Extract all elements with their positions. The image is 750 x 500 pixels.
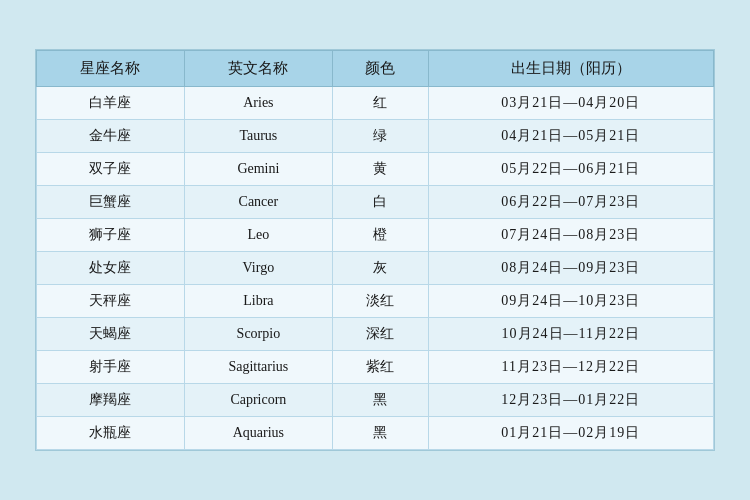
cell-color: 灰 xyxy=(332,252,428,285)
cell-en-name: Capricorn xyxy=(184,384,332,417)
table-row: 白羊座Aries红03月21日—04月20日 xyxy=(37,87,714,120)
cell-date: 05月22日—06月21日 xyxy=(428,153,713,186)
cell-date: 07月24日—08月23日 xyxy=(428,219,713,252)
table-body: 白羊座Aries红03月21日—04月20日金牛座Taurus绿04月21日—0… xyxy=(37,87,714,450)
zodiac-table: 星座名称 英文名称 颜色 出生日期（阳历） 白羊座Aries红03月21日—04… xyxy=(36,50,714,450)
header-date: 出生日期（阳历） xyxy=(428,51,713,87)
table-row: 射手座Sagittarius紫红11月23日—12月22日 xyxy=(37,351,714,384)
cell-en-name: Scorpio xyxy=(184,318,332,351)
cell-color: 橙 xyxy=(332,219,428,252)
cell-date: 03月21日—04月20日 xyxy=(428,87,713,120)
cell-date: 04月21日—05月21日 xyxy=(428,120,713,153)
table-row: 天秤座Libra淡红09月24日—10月23日 xyxy=(37,285,714,318)
cell-en-name: Sagittarius xyxy=(184,351,332,384)
table-row: 巨蟹座Cancer白06月22日—07月23日 xyxy=(37,186,714,219)
cell-date: 12月23日—01月22日 xyxy=(428,384,713,417)
cell-color: 绿 xyxy=(332,120,428,153)
cell-zh-name: 白羊座 xyxy=(37,87,185,120)
cell-en-name: Aries xyxy=(184,87,332,120)
cell-en-name: Gemini xyxy=(184,153,332,186)
cell-zh-name: 巨蟹座 xyxy=(37,186,185,219)
zodiac-table-container: 星座名称 英文名称 颜色 出生日期（阳历） 白羊座Aries红03月21日—04… xyxy=(35,49,715,451)
cell-zh-name: 天秤座 xyxy=(37,285,185,318)
cell-date: 08月24日—09月23日 xyxy=(428,252,713,285)
cell-color: 黑 xyxy=(332,417,428,450)
table-row: 天蝎座Scorpio深红10月24日—11月22日 xyxy=(37,318,714,351)
table-header-row: 星座名称 英文名称 颜色 出生日期（阳历） xyxy=(37,51,714,87)
cell-zh-name: 天蝎座 xyxy=(37,318,185,351)
table-row: 摩羯座Capricorn黑12月23日—01月22日 xyxy=(37,384,714,417)
cell-color: 黄 xyxy=(332,153,428,186)
header-color: 颜色 xyxy=(332,51,428,87)
table-row: 金牛座Taurus绿04月21日—05月21日 xyxy=(37,120,714,153)
cell-en-name: Leo xyxy=(184,219,332,252)
cell-color: 红 xyxy=(332,87,428,120)
cell-color: 紫红 xyxy=(332,351,428,384)
table-row: 双子座Gemini黄05月22日—06月21日 xyxy=(37,153,714,186)
cell-zh-name: 射手座 xyxy=(37,351,185,384)
cell-zh-name: 摩羯座 xyxy=(37,384,185,417)
cell-en-name: Cancer xyxy=(184,186,332,219)
cell-date: 01月21日—02月19日 xyxy=(428,417,713,450)
header-en-name: 英文名称 xyxy=(184,51,332,87)
cell-zh-name: 双子座 xyxy=(37,153,185,186)
cell-color: 白 xyxy=(332,186,428,219)
table-row: 水瓶座Aquarius黑01月21日—02月19日 xyxy=(37,417,714,450)
cell-color: 深红 xyxy=(332,318,428,351)
cell-zh-name: 水瓶座 xyxy=(37,417,185,450)
header-zh-name: 星座名称 xyxy=(37,51,185,87)
cell-color: 黑 xyxy=(332,384,428,417)
cell-en-name: Aquarius xyxy=(184,417,332,450)
cell-date: 11月23日—12月22日 xyxy=(428,351,713,384)
cell-date: 10月24日—11月22日 xyxy=(428,318,713,351)
cell-zh-name: 处女座 xyxy=(37,252,185,285)
cell-date: 09月24日—10月23日 xyxy=(428,285,713,318)
table-row: 处女座Virgo灰08月24日—09月23日 xyxy=(37,252,714,285)
table-row: 狮子座Leo橙07月24日—08月23日 xyxy=(37,219,714,252)
cell-en-name: Taurus xyxy=(184,120,332,153)
cell-en-name: Virgo xyxy=(184,252,332,285)
cell-en-name: Libra xyxy=(184,285,332,318)
cell-date: 06月22日—07月23日 xyxy=(428,186,713,219)
cell-zh-name: 金牛座 xyxy=(37,120,185,153)
cell-color: 淡红 xyxy=(332,285,428,318)
cell-zh-name: 狮子座 xyxy=(37,219,185,252)
